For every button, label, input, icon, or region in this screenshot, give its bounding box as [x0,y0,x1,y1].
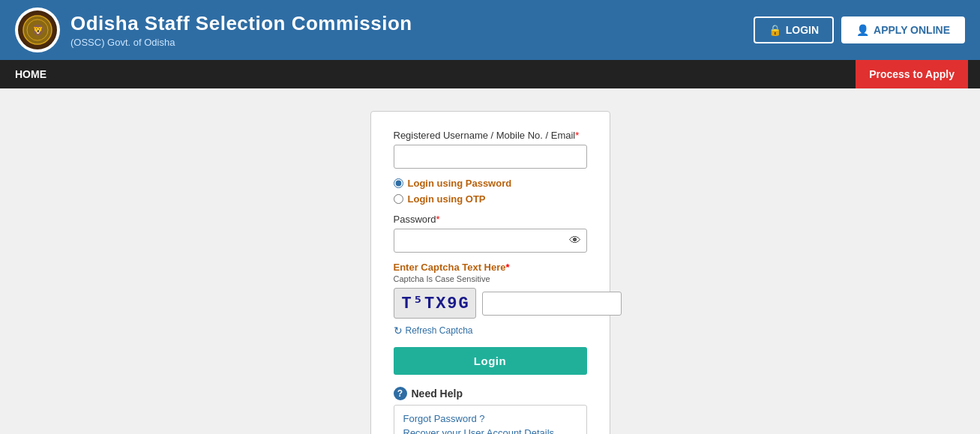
username-section: Registered Username / Mobile No. / Email… [394,130,587,169]
svg-text:🦁: 🦁 [31,24,45,37]
username-required-marker: * [575,130,579,141]
header-login-button[interactable]: 🔒 LOGIN [754,16,834,43]
radio-option-otp[interactable]: Login using OTP [394,193,587,205]
site-title: Odisha Staff Selection Commission [70,12,412,35]
refresh-captcha-button[interactable]: ↻ Refresh Captcha [394,325,587,337]
captcha-sensitive-note: Captcha Is Case Sensitive [394,274,587,283]
navbar: HOME Process to Apply [0,60,980,88]
login-submit-button[interactable]: Login [394,347,587,375]
radio-password-label: Login using Password [408,178,512,189]
radio-password[interactable] [394,178,403,188]
site-header: 🦁 Odisha Staff Selection Commission (OSS… [0,0,980,60]
main-content: Registered Username / Mobile No. / Email… [0,88,980,434]
login-card: Registered Username / Mobile No. / Email… [370,111,610,434]
header-apply-label: APPLY ONLINE [874,24,950,36]
need-help-section: ? Need Help Forgot Password ? Recover yo… [394,387,587,434]
refresh-icon: ↻ [394,325,403,337]
site-subtitle: (OSSC) Govt. of Odisha [70,37,412,48]
header-buttons: 🔒 LOGIN 👤 APPLY ONLINE [754,16,965,43]
login-method-radio-group: Login using Password Login using OTP [394,178,587,205]
password-section: Password* 👁 [394,214,587,253]
need-help-title: ? Need Help [394,387,587,400]
help-box: Forgot Password ? Recover your User Acco… [394,405,587,434]
process-to-apply-button[interactable]: Process to Apply [856,60,968,88]
refresh-captcha-label: Refresh Captcha [406,325,473,336]
radio-option-password[interactable]: Login using Password [394,178,587,189]
captcha-image: T⁵TX9G [394,288,476,319]
captcha-input[interactable] [482,292,622,316]
captcha-required-marker: * [506,262,510,273]
eye-icon[interactable]: 👁 [569,234,581,247]
captcha-row: T⁵TX9G [394,288,587,319]
header-left: 🦁 Odisha Staff Selection Commission (OSS… [15,7,412,52]
home-nav-link[interactable]: HOME [12,62,49,86]
password-wrapper: 👁 [394,229,587,253]
radio-otp-label: Login using OTP [408,193,486,205]
logo-emblem: 🦁 [18,10,57,49]
password-required-marker: * [436,214,440,225]
header-title-block: Odisha Staff Selection Commission (OSSC)… [70,12,412,48]
captcha-label: Enter Captcha Text Here* [394,262,587,273]
captcha-section: Enter Captcha Text Here* Captcha Is Case… [394,262,587,337]
recover-account-link[interactable]: Recover your User Account Details [403,427,577,434]
password-label: Password* [394,214,587,225]
header-apply-button[interactable]: 👤 APPLY ONLINE [841,16,965,43]
password-input[interactable] [394,229,587,253]
radio-otp[interactable] [394,194,403,204]
username-input[interactable] [394,145,587,169]
person-icon: 👤 [856,24,869,36]
lock-icon: 🔒 [769,24,781,36]
logo: 🦁 [15,7,60,52]
forgot-password-link[interactable]: Forgot Password ? [403,413,577,424]
header-login-label: LOGIN [786,24,819,36]
help-icon: ? [394,387,407,400]
username-label: Registered Username / Mobile No. / Email… [394,130,587,141]
